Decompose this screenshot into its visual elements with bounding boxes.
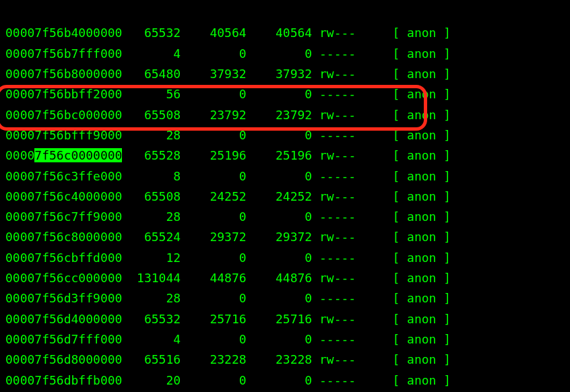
col-dirty: 44876 xyxy=(247,271,313,285)
col-rss: 29372 xyxy=(181,230,247,244)
col-dirty: 0 xyxy=(247,373,313,387)
col-address: 00007f56cbffd000 xyxy=(5,251,122,265)
pmap-row: 00007f56cc000000 131044 44876 44876 rw--… xyxy=(5,268,565,288)
col-rss: 40564 xyxy=(181,26,247,40)
pmap-row: 00007f56cbffd000 12 0 0 ----- [ anon ] xyxy=(5,248,565,268)
col-dirty: 37932 xyxy=(247,67,313,81)
col-dirty: 0 xyxy=(247,251,313,265)
col-mode: ----- xyxy=(312,291,356,305)
col-kbytes: 65480 xyxy=(122,67,181,81)
pmap-row: 00007f56d7fff000 4 0 0 ----- [ anon ] xyxy=(5,329,565,350)
col-dirty: 0 xyxy=(247,209,313,224)
col-kbytes: 65532 xyxy=(122,26,181,40)
col-address: 00007f56d4000000 xyxy=(5,312,122,326)
col-mapping: [ anon ] xyxy=(392,373,451,387)
col-dirty: 23228 xyxy=(247,352,313,366)
col-address: 00007f56d3ff9000 xyxy=(5,291,122,305)
col-kbytes: 65524 xyxy=(122,230,181,244)
col-dirty: 0 xyxy=(247,46,313,61)
col-mode: ----- xyxy=(312,169,356,183)
pmap-row: 00007f56c8000000 65524 29372 29372 rw---… xyxy=(5,227,565,247)
col-address: 00007f56cc000000 xyxy=(5,271,122,285)
col-kbytes: 4 xyxy=(122,46,181,61)
col-mode: ----- xyxy=(312,373,356,387)
col-mapping: [ anon ] xyxy=(392,26,451,40)
pmap-row: 00007f56c0000000 65528 25196 25196 rw---… xyxy=(5,145,565,166)
col-mapping: [ anon ] xyxy=(392,87,451,101)
col-kbytes: 56 xyxy=(122,87,181,101)
pmap-row: 00007f56bfff9000 28 0 0 ----- [ anon ] xyxy=(5,125,565,145)
col-dirty: 24252 xyxy=(247,189,313,203)
col-mode: rw--- xyxy=(312,271,356,285)
col-gap xyxy=(356,169,392,183)
col-address: 00007f56bc000000 xyxy=(5,108,122,122)
col-rss: 0 xyxy=(181,373,247,387)
col-mode: ----- xyxy=(312,332,356,346)
col-mapping: [ anon ] xyxy=(392,230,451,244)
col-mode: rw--- xyxy=(312,312,356,326)
col-mode: rw--- xyxy=(312,230,356,244)
col-dirty: 29372 xyxy=(247,230,313,244)
col-gap xyxy=(356,189,392,203)
col-mode: rw--- xyxy=(312,148,356,162)
pmap-row: 00007f56d3ff9000 28 0 0 ----- [ anon ] xyxy=(5,288,565,308)
col-address: 00007f56bfff9000 xyxy=(5,128,122,142)
col-gap xyxy=(356,148,392,162)
col-kbytes: 65508 xyxy=(122,108,181,122)
col-mapping: [ anon ] xyxy=(392,291,451,305)
col-kbytes: 28 xyxy=(122,209,181,224)
col-gap xyxy=(356,128,392,142)
col-mapping: [ anon ] xyxy=(392,312,451,326)
col-dirty: 0 xyxy=(247,169,313,183)
col-rss: 0 xyxy=(181,332,247,346)
col-gap xyxy=(356,352,392,366)
pmap-row: 00007f56d4000000 65532 25716 25716 rw---… xyxy=(5,309,565,329)
col-rss: 25716 xyxy=(181,312,247,326)
col-mapping: [ anon ] xyxy=(392,189,451,203)
col-dirty: 0 xyxy=(247,291,313,305)
col-dirty: 0 xyxy=(247,87,313,101)
text-selection: 7f56c0000000 xyxy=(34,148,122,162)
col-rss: 23228 xyxy=(181,352,247,366)
col-kbytes: 65528 xyxy=(122,148,181,162)
col-rss: 0 xyxy=(181,46,247,61)
pmap-row: 00007f56dbffb000 20 0 0 ----- [ anon ] xyxy=(5,370,565,391)
pmap-row: 00007f56bc000000 65508 23792 23792 rw---… xyxy=(5,105,565,125)
col-gap xyxy=(356,26,392,40)
col-gap xyxy=(356,209,392,224)
col-dirty: 0 xyxy=(247,128,313,142)
pmap-row: 00007f56c7ff9000 28 0 0 ----- [ anon ] xyxy=(5,207,565,227)
pmap-row: 00007f56b7fff000 4 0 0 ----- [ anon ] xyxy=(5,44,565,64)
pmap-row: 00007f56d8000000 65516 23228 23228 rw---… xyxy=(5,350,565,370)
col-mode: rw--- xyxy=(312,26,356,40)
col-gap xyxy=(356,332,392,346)
col-kbytes: 28 xyxy=(122,291,181,305)
col-rss: 0 xyxy=(181,209,247,224)
col-kbytes: 4 xyxy=(122,332,181,346)
col-gap xyxy=(356,373,392,387)
col-mapping: [ anon ] xyxy=(392,251,451,265)
col-address: 00007f56c7ff9000 xyxy=(5,209,122,224)
col-address: 00007f56c4000000 xyxy=(5,189,122,203)
col-kbytes: 8 xyxy=(122,169,181,183)
col-gap xyxy=(356,108,392,122)
col-rss: 0 xyxy=(181,291,247,305)
col-mapping: [ anon ] xyxy=(392,108,451,122)
col-rss: 25196 xyxy=(181,148,247,162)
col-address: 00007f56b7fff000 xyxy=(5,46,122,61)
col-kbytes: 65516 xyxy=(122,352,181,366)
col-mapping: [ anon ] xyxy=(392,128,451,142)
col-gap xyxy=(356,46,392,61)
col-kbytes: 20 xyxy=(122,373,181,387)
col-gap xyxy=(356,230,392,244)
col-dirty: 25196 xyxy=(247,148,313,162)
col-gap xyxy=(356,251,392,265)
col-mode: ----- xyxy=(312,128,356,142)
col-rss: 0 xyxy=(181,251,247,265)
col-mode: rw--- xyxy=(312,67,356,81)
col-mode: ----- xyxy=(312,209,356,224)
col-address: 00007f56d8000000 xyxy=(5,352,122,366)
col-address: 00007f56b8000000 xyxy=(5,67,122,81)
col-address: 00007f56d7fff000 xyxy=(5,332,122,346)
col-address: 00007f56dbffb000 xyxy=(5,373,122,387)
